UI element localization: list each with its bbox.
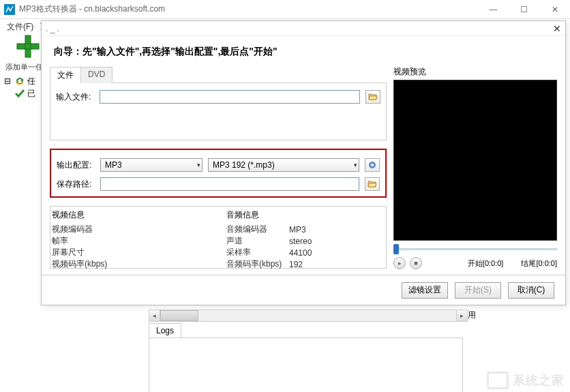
svg-rect-2 <box>17 44 39 49</box>
video-info: 视频信息 视频编码器 帧率 屏幕尺寸 视频码率(kbps) <box>52 209 210 265</box>
app-icon <box>4 4 15 15</box>
bottom-area: ◂ ▸ Logs <box>149 310 468 392</box>
browse-save-button[interactable] <box>365 177 380 191</box>
start-time-label: 开始[0:0:0] <box>468 258 504 269</box>
close-button[interactable]: ✕ <box>539 0 570 19</box>
output-config-label: 输出配置: <box>57 160 95 171</box>
minimize-button[interactable]: — <box>478 0 509 19</box>
tab-file[interactable]: 文件 <box>50 67 81 83</box>
dialog-title-bar: . _ . ✕ <box>42 21 565 36</box>
house-icon <box>487 372 509 389</box>
tree-label: 任 <box>27 76 35 87</box>
scroll-right-icon[interactable]: ▸ <box>456 310 467 321</box>
preview-label: 视频预览 <box>393 66 557 78</box>
dialog-title: . _ . <box>46 24 59 33</box>
save-path-label: 保存路径: <box>57 179 95 190</box>
format-value: MP3 <box>105 160 122 170</box>
slider-thumb[interactable] <box>393 244 399 254</box>
main-title-bar: MP3格式转换器 - cn.blacksharksoft.com — ☐ ✕ <box>0 0 570 19</box>
audio-info: 音频信息 音频编码器MP3 声道stereo 采样率44100 音频码率(kbp… <box>226 209 385 265</box>
profile-value: MP3 192 (*.mp3) <box>213 160 275 170</box>
info-section: 视频信息 视频编码器 帧率 屏幕尺寸 视频码率(kbps) 音频信息 音频编码器… <box>50 206 387 269</box>
video-codec-label: 视频编码器 <box>52 224 115 235</box>
maximize-button[interactable]: ☐ <box>509 0 539 19</box>
folder-open-icon <box>368 180 377 188</box>
refresh-icon <box>14 76 25 87</box>
output-config-section: 输出配置: MP3 ▾ MP3 192 (*.mp3) ▾ 保存路径: <box>50 149 387 198</box>
video-info-title: 视频信息 <box>52 209 210 221</box>
save-path-field[interactable] <box>100 177 359 191</box>
video-preview <box>393 80 557 241</box>
filter-settings-button[interactable]: 滤镜设置 <box>402 282 448 299</box>
check-icon <box>14 88 25 99</box>
folder-open-icon <box>368 93 378 101</box>
scroll-left-icon[interactable]: ◂ <box>149 310 160 321</box>
video-fps-label: 帧率 <box>52 235 115 247</box>
cancel-button[interactable]: 取消(C) <box>508 282 554 299</box>
audio-sample-label: 采样率 <box>226 247 289 258</box>
watermark: 系统之家 <box>487 372 565 389</box>
menu-file[interactable]: 文件(F) <box>4 21 36 33</box>
tree-label: 已 <box>27 88 35 100</box>
gear-icon <box>368 160 377 170</box>
chevron-down-icon: ▾ <box>197 162 200 168</box>
input-tabs: 文件 DVD <box>50 66 387 82</box>
audio-channels-value: stereo <box>289 237 312 246</box>
tab-dvd[interactable]: DVD <box>80 67 112 83</box>
play-button[interactable]: ▸ <box>393 257 406 269</box>
profile-select[interactable]: MP3 192 (*.mp3) ▾ <box>208 158 359 172</box>
stop-button[interactable]: ■ <box>410 257 422 269</box>
dialog-footer: 滤镜设置 开始(S) 取消(C) <box>42 275 565 305</box>
settings-button[interactable] <box>365 158 380 172</box>
file-section: 输入文件: <box>50 82 387 140</box>
logs-textarea[interactable] <box>149 337 463 392</box>
svg-point-6 <box>371 164 374 166</box>
end-time-label: 结尾[0:0:0] <box>521 258 557 269</box>
audio-bitrate-value: 192 <box>289 260 303 269</box>
video-size-label: 屏幕尺寸 <box>52 247 115 258</box>
start-button[interactable]: 开始(S) <box>455 282 501 299</box>
watermark-text: 系统之家 <box>513 372 565 389</box>
truncated-text: 用 <box>468 310 476 321</box>
preview-slider[interactable] <box>393 241 557 253</box>
play-controls: ▸ ■ 开始[0:0:0] 结尾[0:0:0] <box>393 257 557 269</box>
audio-bitrate-label: 音频码率(kbps) <box>226 258 289 270</box>
close-icon[interactable]: ✕ <box>553 23 561 34</box>
horizontal-scrollbar[interactable]: ◂ ▸ <box>149 310 468 322</box>
input-file-label: 输入文件: <box>56 91 94 103</box>
chevron-down-icon: ▾ <box>354 162 357 168</box>
audio-codec-value: MP3 <box>289 225 306 235</box>
audio-codec-label: 音频编码器 <box>226 224 289 235</box>
window-controls: — ☐ ✕ <box>478 0 570 19</box>
dialog-header: 向导：先"输入文件",再选择"输出配置",最后点"开始" <box>42 36 565 66</box>
scroll-thumb[interactable] <box>160 310 198 321</box>
format-select[interactable]: MP3 ▾ <box>100 158 202 172</box>
tab-logs[interactable]: Logs <box>149 323 181 337</box>
input-file-field[interactable] <box>100 90 360 104</box>
audio-channels-label: 声道 <box>226 235 289 247</box>
audio-info-title: 音频信息 <box>226 209 385 221</box>
browse-input-button[interactable] <box>365 90 380 104</box>
audio-sample-value: 44100 <box>289 248 312 258</box>
wizard-dialog: . _ . ✕ 向导：先"输入文件",再选择"输出配置",最后点"开始" 文件 … <box>41 20 566 305</box>
video-bitrate-label: 视频码率(kbps) <box>52 258 115 270</box>
window-title: MP3格式转换器 - cn.blacksharksoft.com <box>19 3 478 15</box>
